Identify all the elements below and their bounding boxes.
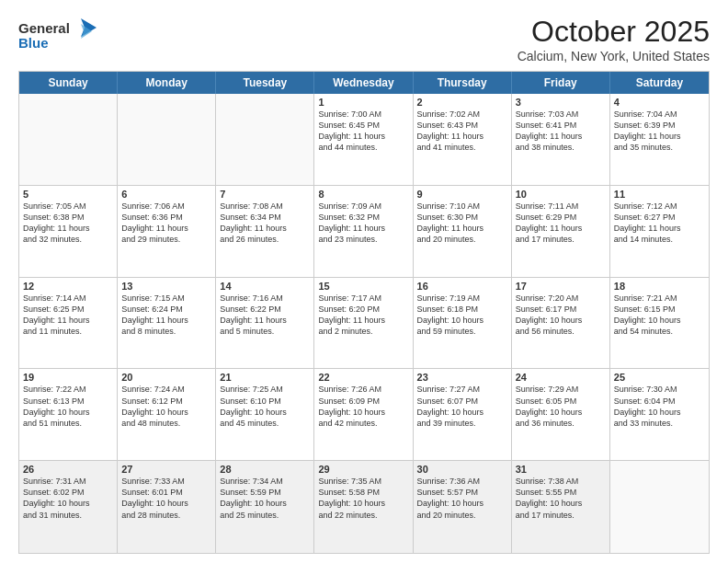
day-number: 22 bbox=[318, 372, 408, 383]
calendar-cell: 12Sunrise: 7:14 AM Sunset: 6:25 PM Dayli… bbox=[19, 278, 118, 369]
calendar-cell: 31Sunrise: 7:38 AM Sunset: 5:55 PM Dayli… bbox=[512, 461, 610, 553]
day-number: 19 bbox=[23, 372, 113, 383]
calendar-cell: 10Sunrise: 7:11 AM Sunset: 6:29 PM Dayli… bbox=[512, 186, 610, 277]
day-number: 27 bbox=[121, 464, 211, 475]
day-info: Sunrise: 7:05 AM Sunset: 6:38 PM Dayligh… bbox=[23, 201, 113, 246]
calendar-cell: 24Sunrise: 7:29 AM Sunset: 6:05 PM Dayli… bbox=[512, 369, 610, 460]
day-info: Sunrise: 7:26 AM Sunset: 6:09 PM Dayligh… bbox=[318, 384, 408, 429]
day-info: Sunrise: 7:17 AM Sunset: 6:20 PM Dayligh… bbox=[318, 293, 408, 338]
day-number: 29 bbox=[318, 464, 408, 475]
calendar-cell: 17Sunrise: 7:20 AM Sunset: 6:17 PM Dayli… bbox=[512, 278, 610, 369]
logo-area: General Blue bbox=[18, 15, 101, 59]
day-info: Sunrise: 7:09 AM Sunset: 6:32 PM Dayligh… bbox=[318, 201, 408, 246]
day-number: 10 bbox=[516, 189, 606, 200]
day-info: Sunrise: 7:22 AM Sunset: 6:13 PM Dayligh… bbox=[23, 384, 113, 429]
calendar-cell: 4Sunrise: 7:04 AM Sunset: 6:39 PM Daylig… bbox=[610, 94, 709, 185]
calendar-cell: 14Sunrise: 7:16 AM Sunset: 6:22 PM Dayli… bbox=[216, 278, 314, 369]
day-info: Sunrise: 7:14 AM Sunset: 6:25 PM Dayligh… bbox=[23, 293, 113, 338]
day-info: Sunrise: 7:15 AM Sunset: 6:24 PM Dayligh… bbox=[121, 293, 211, 338]
weekday-header: Wednesday bbox=[314, 72, 413, 94]
title-area: October 2025 Calcium, New York, United S… bbox=[518, 15, 710, 63]
header: General Blue October 2025 Calcium, New Y… bbox=[18, 15, 710, 63]
day-number: 1 bbox=[318, 97, 408, 108]
day-number: 12 bbox=[23, 281, 113, 292]
day-info: Sunrise: 7:19 AM Sunset: 6:18 PM Dayligh… bbox=[417, 293, 507, 338]
day-info: Sunrise: 7:31 AM Sunset: 6:02 PM Dayligh… bbox=[23, 476, 113, 521]
calendar-cell: 11Sunrise: 7:12 AM Sunset: 6:27 PM Dayli… bbox=[610, 186, 709, 277]
calendar-cell: 19Sunrise: 7:22 AM Sunset: 6:13 PM Dayli… bbox=[19, 369, 118, 460]
calendar-cell: 3Sunrise: 7:03 AM Sunset: 6:41 PM Daylig… bbox=[512, 94, 610, 185]
svg-text:Blue: Blue bbox=[18, 35, 49, 51]
day-info: Sunrise: 7:25 AM Sunset: 6:10 PM Dayligh… bbox=[220, 384, 310, 429]
day-info: Sunrise: 7:12 AM Sunset: 6:27 PM Dayligh… bbox=[614, 201, 705, 246]
day-info: Sunrise: 7:00 AM Sunset: 6:45 PM Dayligh… bbox=[318, 109, 408, 154]
weekday-header: Thursday bbox=[414, 72, 512, 94]
calendar-cell bbox=[118, 94, 216, 185]
calendar: SundayMondayTuesdayWednesdayThursdayFrid… bbox=[18, 71, 710, 554]
day-info: Sunrise: 7:06 AM Sunset: 6:36 PM Dayligh… bbox=[121, 201, 211, 246]
day-number: 16 bbox=[417, 281, 507, 292]
weekday-header: Saturday bbox=[610, 72, 709, 94]
day-info: Sunrise: 7:35 AM Sunset: 5:58 PM Dayligh… bbox=[318, 476, 408, 521]
logo: General Blue bbox=[18, 15, 101, 59]
day-number: 25 bbox=[614, 372, 705, 383]
calendar-cell bbox=[19, 94, 118, 185]
day-number: 13 bbox=[121, 281, 211, 292]
day-number: 20 bbox=[121, 372, 211, 383]
location: Calcium, New York, United States bbox=[518, 49, 710, 63]
calendar-cell: 2Sunrise: 7:02 AM Sunset: 6:43 PM Daylig… bbox=[414, 94, 512, 185]
calendar-row: 26Sunrise: 7:31 AM Sunset: 6:02 PM Dayli… bbox=[19, 461, 709, 553]
day-number: 6 bbox=[121, 189, 211, 200]
svg-text:General: General bbox=[18, 20, 70, 36]
day-number: 7 bbox=[220, 189, 310, 200]
day-info: Sunrise: 7:34 AM Sunset: 5:59 PM Dayligh… bbox=[220, 476, 310, 521]
calendar-header: SundayMondayTuesdayWednesdayThursdayFrid… bbox=[19, 72, 709, 94]
day-info: Sunrise: 7:20 AM Sunset: 6:17 PM Dayligh… bbox=[516, 293, 606, 338]
day-info: Sunrise: 7:27 AM Sunset: 6:07 PM Dayligh… bbox=[417, 384, 507, 429]
day-number: 18 bbox=[614, 281, 705, 292]
day-number: 15 bbox=[318, 281, 408, 292]
calendar-cell: 21Sunrise: 7:25 AM Sunset: 6:10 PM Dayli… bbox=[216, 369, 314, 460]
weekday-header: Tuesday bbox=[216, 72, 314, 94]
calendar-cell: 26Sunrise: 7:31 AM Sunset: 6:02 PM Dayli… bbox=[19, 461, 118, 553]
day-info: Sunrise: 7:16 AM Sunset: 6:22 PM Dayligh… bbox=[220, 293, 310, 338]
day-info: Sunrise: 7:21 AM Sunset: 6:15 PM Dayligh… bbox=[614, 293, 705, 338]
day-number: 4 bbox=[614, 97, 705, 108]
calendar-cell: 18Sunrise: 7:21 AM Sunset: 6:15 PM Dayli… bbox=[610, 278, 709, 369]
calendar-row: 12Sunrise: 7:14 AM Sunset: 6:25 PM Dayli… bbox=[19, 278, 709, 370]
day-info: Sunrise: 7:03 AM Sunset: 6:41 PM Dayligh… bbox=[516, 109, 606, 154]
calendar-cell: 8Sunrise: 7:09 AM Sunset: 6:32 PM Daylig… bbox=[314, 186, 413, 277]
weekday-header: Friday bbox=[512, 72, 610, 94]
day-number: 14 bbox=[220, 281, 310, 292]
month-title: October 2025 bbox=[518, 15, 710, 49]
day-number: 2 bbox=[417, 97, 507, 108]
day-number: 5 bbox=[23, 189, 113, 200]
day-info: Sunrise: 7:36 AM Sunset: 5:57 PM Dayligh… bbox=[417, 476, 507, 521]
calendar-cell: 28Sunrise: 7:34 AM Sunset: 5:59 PM Dayli… bbox=[216, 461, 314, 553]
day-number: 30 bbox=[417, 464, 507, 475]
day-info: Sunrise: 7:08 AM Sunset: 6:34 PM Dayligh… bbox=[220, 201, 310, 246]
calendar-cell: 29Sunrise: 7:35 AM Sunset: 5:58 PM Dayli… bbox=[314, 461, 413, 553]
calendar-cell: 7Sunrise: 7:08 AM Sunset: 6:34 PM Daylig… bbox=[216, 186, 314, 277]
calendar-body: 1Sunrise: 7:00 AM Sunset: 6:45 PM Daylig… bbox=[19, 94, 709, 553]
calendar-cell: 20Sunrise: 7:24 AM Sunset: 6:12 PM Dayli… bbox=[118, 369, 216, 460]
calendar-cell: 27Sunrise: 7:33 AM Sunset: 6:01 PM Dayli… bbox=[118, 461, 216, 553]
day-info: Sunrise: 7:29 AM Sunset: 6:05 PM Dayligh… bbox=[516, 384, 606, 429]
calendar-cell: 16Sunrise: 7:19 AM Sunset: 6:18 PM Dayli… bbox=[414, 278, 512, 369]
calendar-cell: 25Sunrise: 7:30 AM Sunset: 6:04 PM Dayli… bbox=[610, 369, 709, 460]
calendar-row: 19Sunrise: 7:22 AM Sunset: 6:13 PM Dayli… bbox=[19, 369, 709, 461]
day-number: 23 bbox=[417, 372, 507, 383]
page: General Blue October 2025 Calcium, New Y… bbox=[0, 0, 728, 563]
day-info: Sunrise: 7:24 AM Sunset: 6:12 PM Dayligh… bbox=[121, 384, 211, 429]
day-info: Sunrise: 7:11 AM Sunset: 6:29 PM Dayligh… bbox=[516, 201, 606, 246]
weekday-header: Monday bbox=[118, 72, 216, 94]
day-number: 28 bbox=[220, 464, 310, 475]
day-info: Sunrise: 7:10 AM Sunset: 6:30 PM Dayligh… bbox=[417, 201, 507, 246]
calendar-cell: 22Sunrise: 7:26 AM Sunset: 6:09 PM Dayli… bbox=[314, 369, 413, 460]
day-number: 9 bbox=[417, 189, 507, 200]
day-number: 24 bbox=[516, 372, 606, 383]
day-number: 3 bbox=[516, 97, 606, 108]
calendar-cell: 5Sunrise: 7:05 AM Sunset: 6:38 PM Daylig… bbox=[19, 186, 118, 277]
day-number: 8 bbox=[318, 189, 408, 200]
calendar-cell: 1Sunrise: 7:00 AM Sunset: 6:45 PM Daylig… bbox=[314, 94, 413, 185]
